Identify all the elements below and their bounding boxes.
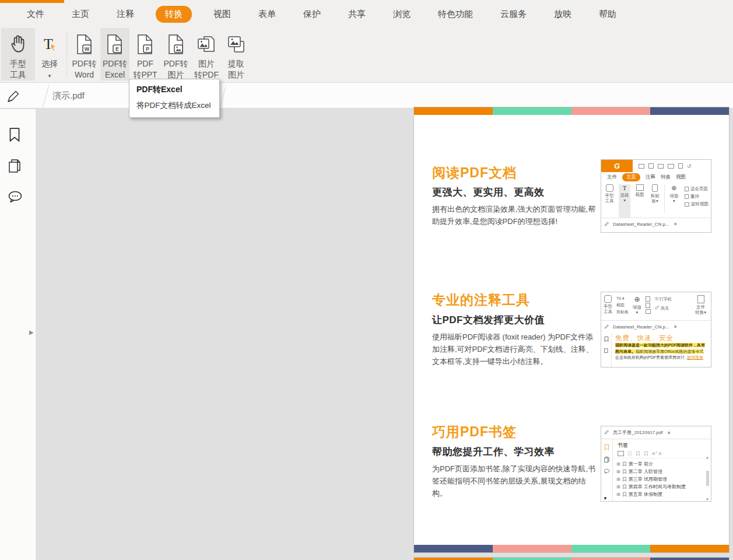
select-dropdown-arrow: ▾ (48, 73, 51, 79)
accent-bar (0, 0, 64, 3)
pdf-to-image-label-1: PDF转 (164, 59, 188, 68)
hand-tool-label-1: 手型 (10, 59, 26, 68)
menu-item-convert[interactable]: 转换 (156, 6, 192, 23)
select-text-icon: T (40, 33, 59, 56)
tooltip-pdf-to-excel: PDF转Excel 将PDF文档转成Excel (129, 79, 220, 118)
extract-image-label-2: 图片 (228, 70, 244, 79)
sidebar-expand-handle[interactable]: ▶ (29, 329, 34, 335)
image-to-pdf-icon (196, 33, 217, 56)
quick-access-icons: ↺ (639, 163, 692, 169)
section2-subtitle: 让PDF文档发挥更大价值 (432, 313, 545, 327)
document-canvas[interactable]: 阅读PDF文档 更强大、更实用、更高效 拥有出色的文档渲染效果,强大的页面管理功… (36, 109, 733, 560)
extract-image-label-1: 提取 (228, 59, 244, 68)
menu-item-browse[interactable]: 浏览 (387, 6, 416, 23)
svg-text:E: E (115, 46, 119, 52)
menu-item-share[interactable]: 共享 (342, 6, 371, 23)
mini1-menu-convert: 转换 (661, 174, 671, 181)
menu-item-view[interactable]: 视图 (208, 6, 237, 23)
menu-item-file[interactable]: 文件 (21, 6, 50, 23)
menubar: 文件 主页 注释 转换 视图 表单 保护 共享 浏览 特色功能 云服务 放映 帮… (0, 0, 733, 26)
mini-screenshot-reader-ui: G ↺ 文件 主页 注释 转换 视图 手型工具 (601, 159, 711, 233)
mini2-sidebar (601, 332, 612, 368)
pdf-to-excel-button[interactable]: E PDF转Excel (100, 28, 129, 80)
document-tab-bar: 演示.pdf (0, 83, 733, 108)
section1-body: 拥有出色的文档渲染效果,强大的页面管理功能,帮助提升效率,是您阅读PDF的理想选… (432, 203, 597, 228)
pdf-to-image-label-2: 图片 (168, 70, 184, 79)
comments-panel-button[interactable] (7, 190, 23, 206)
section1-subtitle: 更强大、更实用、更高效 (432, 186, 545, 199)
hand-icon (8, 33, 28, 56)
pdf-page-2-top-stripe (413, 557, 730, 560)
mini2-typewriter-tool: Tl 打字机 (655, 296, 672, 302)
bookmarks-panel-button[interactable] (7, 127, 23, 143)
tooltip-description: 将PDF文档转成Excel (136, 100, 212, 111)
mini1-close-icon: × (674, 221, 677, 227)
menu-item-home[interactable]: 主页 (66, 6, 95, 23)
mini3-scrollbar: ▲▼ (705, 456, 710, 501)
mini3-close-icon: × (667, 430, 670, 436)
hand-tool-button[interactable]: 手型工具 (1, 28, 35, 80)
section3-body: 为PDF页面添加书签,除了实现内容的快速导航,书签还能指明不同书签的层级关系,展… (432, 463, 597, 499)
document-tab[interactable]: 演示.pdf (52, 90, 85, 102)
tab-edge (43, 85, 50, 108)
image-to-pdf-button[interactable]: 图片转PDF (192, 28, 220, 80)
section1-title: 阅读PDF文档 (432, 164, 517, 182)
mini3-caret-icon: ▼ (603, 496, 608, 501)
mini-screenshot-annotate-ui: 手型工具 Tb ▾ 截图 剪贴板 ⊕ 缩放▾ Tl 打字机 高亮 (601, 292, 711, 368)
pdf-to-image-button[interactable]: PDF转图片 (161, 28, 191, 80)
menu-item-help[interactable]: 帮助 (593, 6, 622, 23)
section2-title: 专业的注释工具 (432, 291, 530, 309)
menu-item-form[interactable]: 表单 (252, 6, 282, 23)
mini1-document-tab: Datasheet_Reader_CN.p... (613, 222, 669, 227)
section3-subtitle: 帮助您提升工作、学习效率 (432, 445, 555, 459)
pdf-to-word-label-2: Word (75, 70, 94, 79)
section3-title: 巧用PDF书签 (432, 423, 517, 441)
page-top-stripe (414, 107, 729, 115)
foxit-logo: G (601, 160, 633, 172)
pages-panel-button[interactable] (7, 158, 23, 174)
tooltip-title: PDF转Excel (136, 85, 212, 95)
mini2-document-tab: Datasheet_Reader_CN.p... (613, 324, 669, 330)
mini3-panel-toolbar: A⁺ A (613, 450, 711, 459)
pdf-to-excel-icon: E (105, 33, 125, 56)
pdf-page-1: 阅读PDF文档 更强大、更实用、更高效 拥有出色的文档渲染效果,强大的页面管理功… (413, 107, 730, 553)
menu-item-slideshow[interactable]: 放映 (548, 6, 577, 23)
section2-body: 使用福昕PDF阅读器 (foxit reader) 为PDF文件添加注释,可对P… (432, 331, 597, 368)
select-tool-label: 选择 (41, 59, 58, 68)
svg-text:W: W (84, 46, 89, 52)
ribbon-separator (66, 32, 67, 76)
pdf-to-ppt-label-1: PDF (137, 59, 153, 68)
menu-item-cloud[interactable]: 云服务 (494, 6, 532, 23)
mini-screenshot-bookmarks-panel: 员工手册_20120917.pdf × ▼ 书签 (601, 426, 711, 502)
pen-icon[interactable] (6, 89, 21, 104)
menu-item-annotate[interactable]: 注释 (111, 6, 140, 23)
mini3-document-tab: 员工手册_20120917.pdf (613, 429, 662, 436)
svg-text:P: P (146, 46, 149, 52)
mini2-heading: 免费、快速、安全 (615, 334, 709, 342)
pdf-to-excel-label-1: PDF转 (103, 59, 127, 68)
menu-item-protect[interactable]: 保护 (297, 6, 327, 23)
mini3-panel-title: 书签 (613, 439, 711, 450)
mini1-menu-annotate: 注释 (646, 174, 655, 181)
image-to-pdf-label-1: 图片 (198, 59, 215, 68)
tab-edge (220, 85, 227, 108)
extract-image-icon (226, 33, 247, 56)
pdf-to-word-icon: W (75, 33, 94, 56)
extract-image-button[interactable]: 提取图片 (222, 28, 250, 80)
pdf-to-word-label-1: PDF转 (72, 59, 97, 68)
mini1-menu-view: 视图 (676, 174, 686, 181)
select-tool-button[interactable]: T 选择▾ (36, 28, 63, 80)
pdf-to-excel-label-2: Excel (105, 70, 125, 79)
mini3-sidebar: ▼ (601, 439, 613, 502)
ribbon-toolbar: 手型工具 T 选择▾ W PDF转Word E PDF转Excel P PDF转… (0, 26, 733, 83)
pdf-to-word-button[interactable]: W PDF转Word (69, 28, 99, 80)
pdf-to-ppt-icon: P (135, 33, 155, 56)
pdf-to-ppt-button[interactable]: P PDF转PPT (131, 28, 159, 80)
menu-item-features[interactable]: 特色功能 (432, 6, 479, 23)
pdf-to-ppt-label-2: 转PPT (133, 70, 157, 79)
mini1-menu-home: 主页 (622, 173, 640, 181)
mini1-menu-file: 文件 (607, 174, 617, 181)
page-bottom-stripe (414, 545, 729, 552)
pdf-to-image-icon (166, 33, 186, 56)
hand-tool-label-2: 工具 (10, 70, 26, 79)
